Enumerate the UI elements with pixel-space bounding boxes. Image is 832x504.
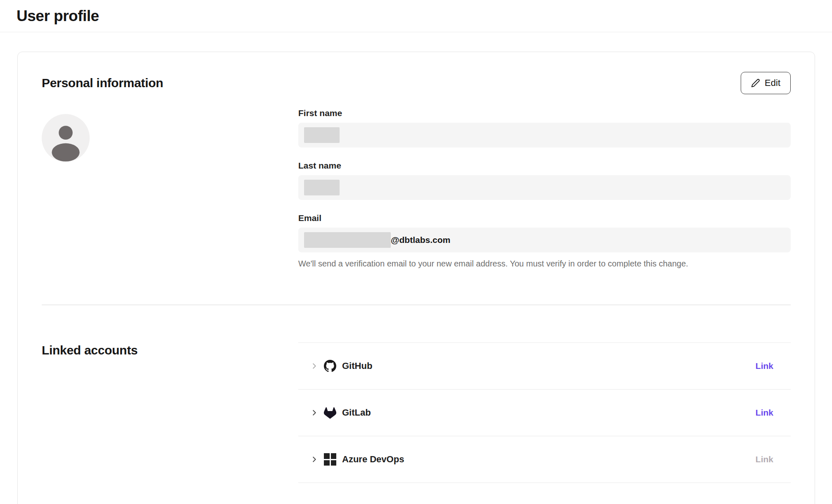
chevron-right-icon[interactable] <box>310 361 319 371</box>
first-name-label: First name <box>298 107 791 119</box>
email-helper-text: We'll send a verification email to your … <box>298 258 791 269</box>
linked-accounts-section: Linked accounts GitHub Link <box>42 342 791 483</box>
pencil-icon <box>751 78 760 88</box>
personal-info-heading: Personal information <box>42 76 163 90</box>
account-row-github[interactable]: GitHub Link <box>298 343 791 390</box>
edit-button-label: Edit <box>765 78 780 88</box>
github-link-action[interactable]: Link <box>756 361 773 371</box>
email-field[interactable]: @dbtlabs.com <box>298 228 791 252</box>
personal-info-section: First name Last name Email @dbtlabs.com … <box>42 94 791 269</box>
last-name-label: Last name <box>298 160 791 171</box>
fields-column: First name Last name Email @dbtlabs.com … <box>298 107 791 269</box>
chevron-right-icon[interactable] <box>310 455 319 464</box>
edit-button[interactable]: Edit <box>741 72 791 94</box>
page-title: User profile <box>17 7 99 25</box>
gitlab-link-action[interactable]: Link <box>756 408 773 418</box>
page-header: User profile <box>0 0 832 32</box>
first-name-group: First name <box>298 107 791 147</box>
gitlab-icon <box>324 407 336 419</box>
account-row-gitlab[interactable]: GitLab Link <box>298 390 791 436</box>
azure-devops-link-action: Link <box>756 454 773 464</box>
account-row-azure-devops[interactable]: Azure DevOps Link <box>298 436 791 483</box>
avatar <box>42 114 90 162</box>
github-icon <box>324 360 336 372</box>
last-name-group: Last name <box>298 160 791 200</box>
azure-devops-icon <box>324 453 336 466</box>
account-name: GitHub <box>342 361 372 371</box>
profile-card: Personal information Edit Fi <box>17 52 815 504</box>
linked-heading-column: Linked accounts <box>42 342 298 483</box>
chevron-right-icon[interactable] <box>310 408 319 417</box>
redacted-last-name-value <box>304 180 340 195</box>
email-label: Email <box>298 212 791 223</box>
email-group: Email @dbtlabs.com We'll send a verifica… <box>298 212 791 269</box>
section-divider <box>42 304 791 305</box>
linked-accounts-list: GitHub Link GitLab Link <box>298 342 791 483</box>
first-name-field[interactable] <box>298 123 791 147</box>
redacted-first-name-value <box>304 127 340 143</box>
avatar-column <box>42 94 298 269</box>
redacted-email-value <box>304 232 391 248</box>
linked-accounts-heading: Linked accounts <box>42 342 298 358</box>
personal-info-header: Personal information Edit <box>42 72 791 94</box>
email-domain: @dbtlabs.com <box>391 235 450 245</box>
last-name-field[interactable] <box>298 175 791 200</box>
account-name: Azure DevOps <box>342 454 404 465</box>
account-name: GitLab <box>342 407 371 418</box>
